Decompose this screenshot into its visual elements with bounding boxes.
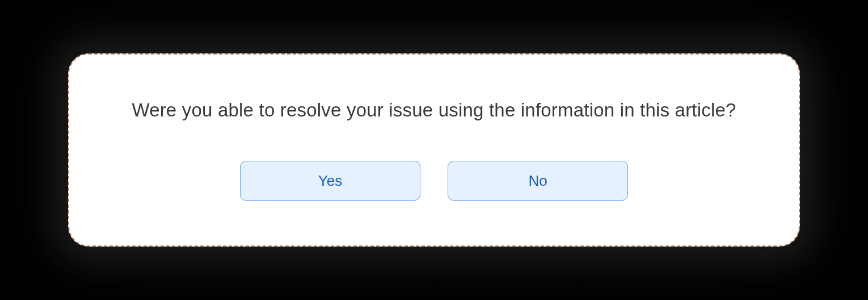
- feedback-button-row: Yes No: [240, 161, 628, 201]
- yes-button[interactable]: Yes: [240, 161, 420, 201]
- no-button-label: No: [528, 172, 547, 190]
- no-button[interactable]: No: [448, 161, 628, 201]
- yes-button-label: Yes: [318, 172, 342, 190]
- feedback-prompt: Were you able to resolve your issue usin…: [132, 99, 736, 121]
- feedback-card: Were you able to resolve your issue usin…: [68, 53, 800, 247]
